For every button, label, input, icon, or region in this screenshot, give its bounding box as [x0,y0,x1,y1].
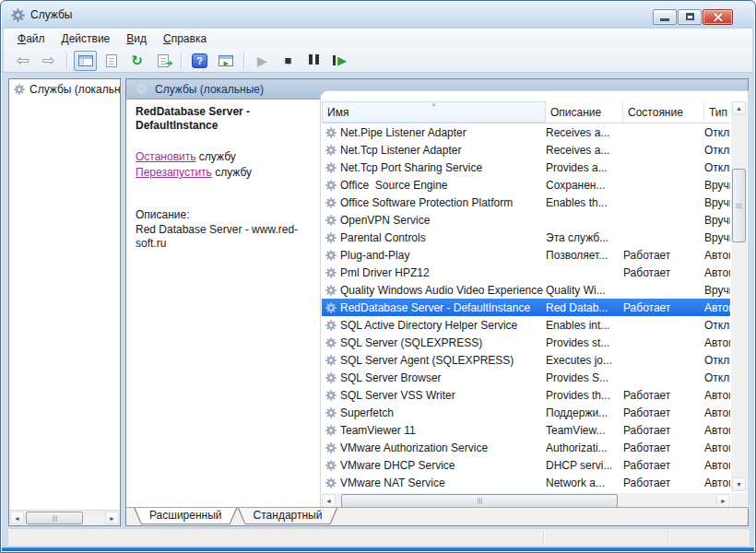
service-startup-type: Вручную [704,179,730,192]
service-status: Работает [623,441,704,454]
service-startup-type: Автоматически [704,301,730,314]
table-row[interactable]: SQL Active Directory Helper Service Enab… [322,316,730,334]
service-startup-type: Автоматически [704,249,730,262]
table-row[interactable]: SQL Server VSS Writer Provides th... Раб… [322,386,730,404]
table-row[interactable]: Net.Pipe Listener Adapter Receives a... … [322,124,730,141]
menu-help[interactable]: Справка [155,30,215,47]
service-description: Enables th... [546,196,623,209]
table-row[interactable]: Plug-and-Play Позволяет... Работает Авто… [322,246,730,264]
service-name: TeamViewer 11 [340,424,546,437]
table-row[interactable]: Office Software Protection Platform Enab… [322,194,730,211]
refresh-button[interactable]: ↻ [125,51,148,71]
scroll-up-icon[interactable]: ▲ [732,101,746,115]
scroll-left-icon[interactable]: ◄ [322,494,336,508]
service-gear-icon [325,285,337,296]
service-description: DHCP servi... [546,459,623,472]
restart-service-link[interactable]: Перезапустить [136,166,212,179]
scrollbar-thumb[interactable] [732,169,746,242]
service-name: SQL Server Browser [340,371,546,384]
service-gear-icon [325,145,337,156]
service-name: Office Software Protection Platform [340,196,546,209]
export-list-button[interactable]: ➜ [151,51,174,71]
stop-service-link[interactable]: Остановить [136,150,196,163]
description-text: Red Database Server - www.red-soft.ru [136,223,303,251]
table-row[interactable]: Net.Tcp Listener Adapter Receives a... О… [322,141,730,159]
help-button[interactable]: ? [188,51,211,71]
table-row[interactable]: VMware DHCP Service DHCP servi... Работа… [322,456,730,474]
maximize-button[interactable] [678,9,702,25]
restart-service-icon: ▶ [333,54,347,66]
column-header-startup-type[interactable]: Тип запуска [704,101,730,123]
table-row[interactable]: Pml Driver HPZ12 Работает Автоматически [322,264,730,281]
table-row[interactable]: TeamViewer 11 TeamView... Работает Автом… [322,421,730,439]
service-status: Работает [623,249,704,262]
table-row[interactable]: SQL Server Browser Provides S... Отключе… [322,369,730,386]
tree-horizontal-scrollbar[interactable]: ◄ ► [9,510,120,525]
service-gear-icon [325,180,337,191]
scroll-down-icon[interactable]: ▼ [732,477,746,491]
service-status: Работает [623,459,704,472]
table-row[interactable]: VMware NAT Service Network a... Работает… [322,474,730,491]
table-row[interactable]: Net.Tcp Port Sharing Service Provides a.… [322,159,730,176]
service-detail-pane: RedDatabase Server - DefaultInstance Ост… [136,105,313,133]
service-name: Plug-and-Play [340,249,546,262]
show-console-tree-button[interactable] [74,51,97,71]
service-description: Поддержи... [546,406,623,419]
service-gear-icon [325,442,337,453]
tab-extended[interactable]: Расширенный [134,508,238,524]
column-header-row: ▲ Имя Описание Состояние Тип запуска [322,101,730,124]
table-row[interactable]: RedDatabase Server - DefaultInstance Red… [322,299,730,316]
table-row[interactable]: Superfetch Поддержи... Работает Автомати… [322,404,730,421]
title-bar[interactable]: Службы [2,2,754,29]
window-title: Службы [30,2,72,29]
service-description: Provides th... [546,389,623,402]
close-button[interactable] [703,9,733,25]
tree-item-services-local[interactable]: Службы (локальные) [9,79,120,98]
scroll-right-icon[interactable]: ► [105,512,119,524]
service-startup-type: Автоматически [704,336,730,349]
pause-service-icon [308,54,321,67]
table-row[interactable]: OpenVPN Service Вручную [322,211,730,229]
maximize-icon [686,13,694,20]
column-header-status[interactable]: Состояние [623,101,704,123]
table-row[interactable]: VMware Authorization Service Authorizati… [322,439,730,456]
service-name: Quality Windows Audio Video Experience [340,284,546,297]
column-header-name[interactable]: ▲ Имя [322,101,546,123]
tree-item-label: Службы (локальные) [30,83,120,96]
properties-button[interactable] [100,51,123,71]
minimize-button[interactable] [653,9,677,25]
scrollbar-thumb[interactable] [26,512,83,524]
service-description: Executes jo... [546,354,623,367]
table-row[interactable]: Office Source Engine Сохранен... Вручную [322,176,730,194]
service-description: Quality Wi... [546,284,623,297]
scrollbar-thumb[interactable] [341,494,618,508]
tab-standard[interactable]: Стандартный [238,508,338,524]
menu-action[interactable]: Действие [53,30,119,47]
restart-service-button[interactable]: ▶ [328,51,351,71]
stop-service-button[interactable]: ■ [277,51,300,71]
start-service-button[interactable]: ▶ [251,51,274,71]
scroll-right-icon[interactable]: ► [716,494,730,508]
menu-view[interactable]: Вид [118,30,155,47]
service-startup-type: Автоматически [704,406,730,419]
back-button[interactable]: ⇦ [11,51,34,71]
list-vertical-scrollbar[interactable]: ▲ ▼ [731,101,747,491]
column-header-description[interactable]: Описание [546,101,623,123]
service-gear-icon [325,127,337,138]
service-startup-type: Автоматически [704,389,730,402]
service-startup-type: Вручную [704,214,730,227]
service-status: Работает [623,424,704,437]
service-status: Работает [623,477,704,489]
table-row[interactable]: Parental Controls Эта служб... Вручную [322,229,730,246]
stop-service-line: Остановить службу [136,149,252,165]
table-row[interactable]: SQL Server Agent (SQLEXPRESS) Executes j… [322,351,730,369]
table-row[interactable]: Quality Windows Audio Video Experience Q… [322,281,730,299]
table-row[interactable]: SQL Server (SQLEXPRESS) Provides st... А… [322,334,730,351]
extended-view-button[interactable]: ▶ [214,51,237,71]
menu-file[interactable]: Файл [9,30,53,47]
service-gear-icon [325,197,337,208]
forward-button[interactable]: ⇨ [37,51,60,71]
scroll-left-icon[interactable]: ◄ [10,512,24,524]
service-status: Работает [623,389,704,402]
pause-service-button[interactable] [302,51,325,71]
